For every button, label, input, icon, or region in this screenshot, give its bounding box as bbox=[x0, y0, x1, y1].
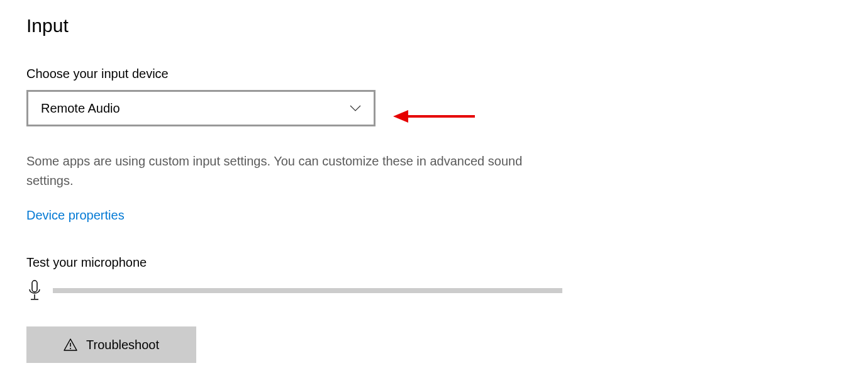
device-properties-link[interactable]: Device properties bbox=[26, 208, 125, 223]
section-title: Input bbox=[26, 15, 842, 36]
input-device-label: Choose your input device bbox=[26, 67, 842, 81]
warning-icon bbox=[64, 338, 77, 351]
troubleshoot-label: Troubleshoot bbox=[86, 338, 159, 352]
annotation-arrow-icon bbox=[393, 107, 475, 126]
svg-point-6 bbox=[70, 348, 71, 349]
input-settings-description: Some apps are using custom input setting… bbox=[26, 152, 523, 191]
svg-marker-1 bbox=[393, 110, 408, 123]
microphone-level-bar bbox=[53, 288, 562, 293]
input-device-selected: Remote Audio bbox=[41, 101, 120, 116]
microphone-level-row bbox=[26, 280, 842, 301]
troubleshoot-button[interactable]: Troubleshoot bbox=[26, 326, 196, 363]
svg-rect-2 bbox=[32, 281, 37, 292]
microphone-icon bbox=[26, 280, 43, 301]
test-microphone-label: Test your microphone bbox=[26, 255, 842, 270]
chevron-down-icon bbox=[350, 105, 361, 111]
input-device-dropdown[interactable]: Remote Audio bbox=[26, 90, 376, 126]
